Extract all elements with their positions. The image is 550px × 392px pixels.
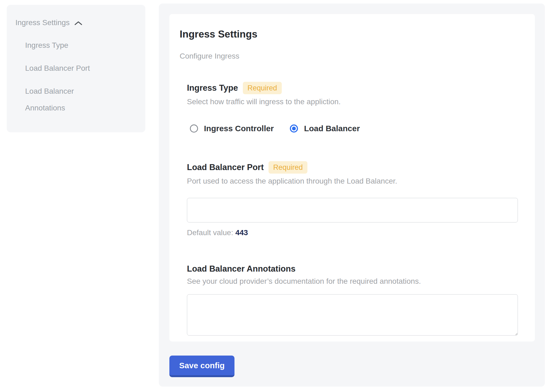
radio-checked-icon[interactable] (290, 124, 298, 133)
radio-label-load-balancer: Load Balancer (304, 124, 360, 133)
load-balancer-port-label: Load Balancer Port (187, 163, 264, 172)
sidebar-group-label: Ingress Settings (15, 17, 70, 28)
load-balancer-port-label-row: Load Balancer Port Required (187, 161, 518, 174)
required-badge: Required (243, 82, 282, 94)
load-balancer-annotations-textarea[interactable] (187, 294, 518, 336)
ingress-settings-card: Ingress Settings Configure Ingress Ingre… (169, 14, 535, 342)
load-balancer-annotations-label-row: Load Balancer Annotations (187, 264, 518, 274)
default-value: 443 (235, 228, 248, 237)
section-ingress-type: Ingress Type Required Select how traffic… (187, 82, 518, 133)
sidebar-group-ingress-settings[interactable]: Ingress Settings (15, 17, 145, 28)
form-sections: Ingress Type Required Select how traffic… (187, 82, 518, 336)
load-balancer-annotations-description: See your cloud provider’s documentation … (187, 277, 518, 286)
load-balancer-port-input[interactable] (187, 198, 518, 222)
page-subtitle: Configure Ingress (180, 52, 518, 60)
radio-option-ingress-controller[interactable]: Ingress Controller (190, 124, 274, 133)
radio-unchecked-icon[interactable] (190, 124, 198, 133)
chevron-up-icon (74, 20, 83, 26)
default-value-line: Default value:443 (187, 228, 518, 237)
sidebar-item-ingress-type[interactable]: Ingress Type (25, 37, 110, 54)
radio-option-load-balancer[interactable]: Load Balancer (290, 124, 360, 133)
ingress-type-label: Ingress Type (187, 83, 238, 93)
ingress-type-radio-group: Ingress Controller Load Balancer (190, 124, 518, 133)
ingress-settings-panel: Ingress Settings Configure Ingress Ingre… (159, 4, 545, 387)
load-balancer-port-description: Port used to access the application thro… (187, 177, 518, 185)
required-badge: Required (269, 161, 307, 174)
sidebar-item-list: Ingress Type Load Balancer Port Load Bal… (15, 37, 145, 116)
save-config-button[interactable]: Save config (169, 356, 234, 377)
sidebar-item-load-balancer-annotations[interactable]: Load Balancer Annotations (25, 83, 110, 116)
radio-label-ingress-controller: Ingress Controller (204, 124, 274, 133)
section-load-balancer-port: Load Balancer Port Required Port used to… (187, 161, 518, 237)
section-load-balancer-annotations: Load Balancer Annotations See your cloud… (187, 264, 518, 336)
load-balancer-annotations-label: Load Balancer Annotations (187, 264, 296, 274)
settings-sidebar: Ingress Settings Ingress Type Load Balan… (7, 5, 145, 132)
ingress-type-description: Select how traffic will ingress to the a… (187, 97, 518, 106)
sidebar-item-load-balancer-port[interactable]: Load Balancer Port (25, 60, 110, 77)
default-value-label: Default value: (187, 228, 233, 237)
ingress-type-label-row: Ingress Type Required (187, 82, 518, 94)
page-title: Ingress Settings (180, 28, 518, 41)
